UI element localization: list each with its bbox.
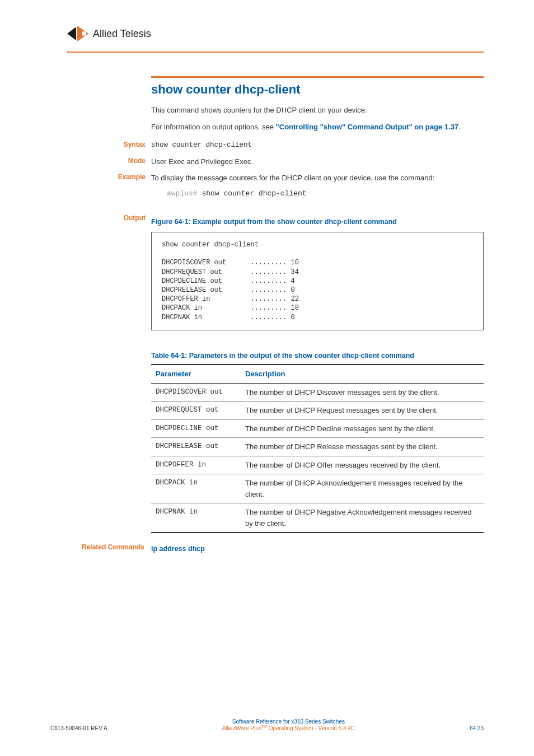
desc-cell: The number of DHCP Discover messages sen… (241, 383, 484, 402)
page-footer: C613-50046-01 REV A Software Reference f… (50, 718, 484, 731)
example-command: show counter dhcp-client (202, 189, 306, 198)
param-cell: DHCPRELEASE out (151, 438, 241, 456)
desc-cell: The number of DHCP Request messages sent… (241, 402, 484, 420)
table-row: DHCPNAK inThe number of DHCP Negative Ac… (151, 503, 484, 533)
svg-marker-0 (67, 27, 76, 40)
page-title: show counter dhcp-client (151, 82, 484, 97)
example-text: To display the message counters for the … (151, 172, 484, 184)
intro2-post: . (458, 123, 461, 131)
controlling-show-link[interactable]: "Controlling "show" Command Output" on p… (276, 123, 459, 131)
related-link-ip-address-dhcp[interactable]: ip address dhcp (151, 545, 205, 553)
example-label: Example (84, 172, 146, 181)
footer-left: C613-50046-01 REV A (50, 725, 107, 731)
desc-cell: The number of DHCP Decline messages sent… (241, 419, 484, 438)
intro-text-2: For information on output options, see "… (151, 122, 484, 133)
table-row: DHCPRELEASE outThe number of DHCP Releas… (151, 438, 484, 456)
desc-cell: The number of DHCP Offer messages receiv… (241, 456, 484, 474)
desc-cell: The number of DHCP Acknowledgement messa… (241, 474, 484, 503)
param-cell: DHCPNAK in (151, 503, 241, 533)
th-parameter: Parameter (151, 365, 241, 383)
table-caption: Table 64-1: Parameters in the output of … (151, 351, 484, 361)
prompt-text: awplus# (167, 189, 198, 198)
param-cell: DHCPOFFER in (151, 456, 241, 474)
header-rule (67, 52, 484, 53)
desc-cell: The number of DHCP Negative Acknowledgem… (241, 503, 484, 533)
table-row: DHCPACK inThe number of DHCP Acknowledge… (151, 474, 484, 503)
param-cell: DHCPREQUEST out (151, 402, 241, 420)
footer-c2-pre: AlliedWare Plus (222, 725, 261, 731)
section-rule (151, 76, 484, 78)
logo-text: Allied Telesis (93, 28, 151, 39)
param-cell: DHCPDISCOVER out (151, 383, 241, 402)
related-commands-label: Related Commands (66, 543, 144, 551)
desc-cell: The number of DHCP Release messages sent… (241, 438, 484, 456)
mode-text: User Exec and Privileged Exec (151, 156, 484, 167)
footer-center-line2: AlliedWare PlusTM Operating System - Ver… (107, 725, 470, 731)
output-label: Output (84, 213, 146, 222)
footer-center-line1: Software Reference for x310 Series Switc… (107, 718, 470, 725)
table-row: DHCPREQUEST outThe number of DHCP Reques… (151, 402, 484, 420)
table-row: DHCPDISCOVER outThe number of DHCP Disco… (151, 383, 484, 402)
syntax-label: Syntax (84, 140, 146, 148)
syntax-command: show counter dhcp-client (151, 140, 484, 151)
brand-logo: Allied Telesis (67, 24, 157, 46)
figure-caption: Figure 64-1: Example output from the sho… (151, 217, 484, 227)
mode-label: Mode (84, 156, 146, 165)
param-cell: DHCPDECLINE out (151, 419, 241, 438)
param-cell: DHCPACK in (151, 474, 241, 503)
intro2-pre: For information on output options, see (151, 123, 276, 131)
parameter-table: Parameter Description DHCPDISCOVER outTh… (151, 364, 484, 533)
table-row: DHCPOFFER inThe number of DHCP Offer mes… (151, 456, 484, 474)
footer-tm: TM (261, 725, 267, 729)
table-row: DHCPDECLINE outThe number of DHCP Declin… (151, 419, 484, 438)
footer-c2-post: Operating System - Version 5.4.4C (267, 725, 355, 731)
svg-point-2 (82, 31, 86, 36)
footer-right-page-number: 64.23 (470, 725, 484, 731)
intro-text-1: This command shows counters for the DHCP… (151, 105, 484, 116)
output-box: show counter dhcp-client DHCPDISCOVER ou… (151, 232, 484, 330)
th-description: Description (241, 365, 484, 383)
